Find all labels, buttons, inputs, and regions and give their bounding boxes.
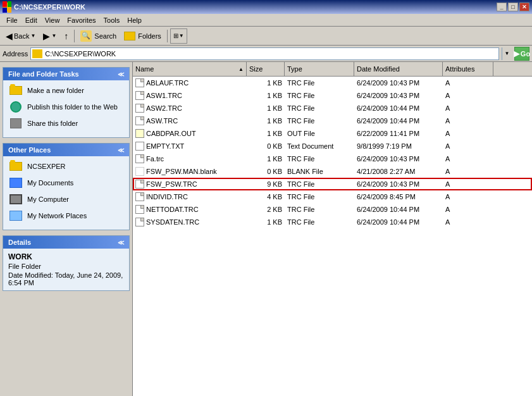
my-network-places-item[interactable]: My Network Places <box>8 209 124 222</box>
col-header-type[interactable]: Type <box>285 62 354 76</box>
back-label: Back <box>14 32 29 40</box>
ncsexper-icon <box>8 160 23 173</box>
window-icon <box>3 3 11 11</box>
menu-file[interactable]: File <box>3 16 22 25</box>
back-dropdown-icon: ▼ <box>30 33 35 39</box>
table-row[interactable]: ASW1.TRC1 KBTRC File6/24/2009 10:43 PMA <box>133 89 532 102</box>
publish-folder-icon <box>8 101 23 113</box>
publish-folder-item[interactable]: Publish this folder to the Web <box>8 101 124 113</box>
file-size-text: 1 KB <box>247 78 285 87</box>
details-label: Details <box>8 238 31 246</box>
file-size-text: 2 KB <box>247 205 285 214</box>
file-size-text: 1 KB <box>247 104 285 113</box>
toolbar-separator-1 <box>74 30 75 42</box>
make-new-folder-item[interactable]: Make a new folder <box>8 84 124 97</box>
file-attr-text: A <box>443 218 493 226</box>
file-name-text: SYSDATEN.TRC <box>146 218 199 226</box>
details-header[interactable]: Details ≪ <box>3 236 129 249</box>
menu-help[interactable]: Help <box>123 16 145 25</box>
go-arrow-icon: ▶ <box>514 49 519 58</box>
share-folder-label: Share this folder <box>27 120 78 127</box>
file-type-text: TRC File <box>285 78 354 87</box>
file-type-text: OUT File <box>285 129 354 138</box>
table-row[interactable]: ABLAUF.TRC1 KBTRC File6/24/2009 10:43 PM… <box>133 77 532 89</box>
trc-file-icon <box>135 218 144 226</box>
file-name-text: ABLAUF.TRC <box>146 79 189 87</box>
table-row[interactable]: EMPTY.TXT0 KBText Document9/8/1999 7:19 … <box>133 140 532 152</box>
views-button[interactable]: ⊞ ▼ <box>170 28 187 44</box>
blank-file-icon <box>135 167 144 176</box>
table-row[interactable]: CABDPAR.OUT1 KBOUT File6/22/2009 11:41 P… <box>133 127 532 140</box>
my-computer-label: My Computer <box>27 195 69 203</box>
file-attr-text: A <box>443 154 493 163</box>
table-row[interactable]: NETTODAT.TRC2 KBTRC File6/24/2009 10:44 … <box>133 203 532 216</box>
file-date-text: 4/21/2008 2:27 AM <box>354 167 443 176</box>
col-header-date[interactable]: Date Modified <box>354 62 443 76</box>
file-attr-text: A <box>443 205 493 214</box>
my-documents-icon <box>8 176 23 189</box>
trc-file-icon <box>135 205 144 214</box>
search-button[interactable]: 🔍 Search <box>77 28 120 44</box>
my-computer-item[interactable]: My Computer <box>8 193 124 206</box>
share-folder-item[interactable]: Share this folder <box>8 117 124 130</box>
file-name-text: CABDPAR.OUT <box>146 130 196 137</box>
file-date-text: 6/24/2009 10:43 PM <box>354 180 443 189</box>
table-row[interactable]: FSW_PSW.TRC9 KBTRC File6/24/2009 10:43 P… <box>133 178 532 190</box>
other-places-header[interactable]: Other Places ≪ <box>3 144 129 156</box>
forward-button[interactable]: ▶ ▼ <box>40 28 59 44</box>
file-date-text: 6/24/2009 8:45 PM <box>354 192 443 201</box>
details-folder-type: File Folder <box>8 263 124 270</box>
ncsexper-item[interactable]: NCSEXPER <box>8 160 124 173</box>
left-panel: File and Folder Tasks ≪ Make a new folde… <box>0 62 133 396</box>
file-type-text: TRC File <box>285 205 354 214</box>
file-list-area: Name ▲ Size Type Date Modified Attribute… <box>133 62 532 396</box>
address-input[interactable]: C:\NCSEXPER\WORK <box>30 47 499 60</box>
file-size-text: 0 KB <box>247 167 285 176</box>
details-date-modified: Date Modified: Today, June 24, 2009, 6:5… <box>8 271 124 287</box>
menu-edit[interactable]: Edit <box>22 16 41 25</box>
table-row[interactable]: SYSDATEN.TRC1 KBTRC File6/24/2009 10:44 … <box>133 216 532 228</box>
file-type-text: TRC File <box>285 192 354 201</box>
file-name-text: INDIVID.TRC <box>146 193 188 201</box>
file-date-text: 6/24/2009 10:43 PM <box>354 154 443 163</box>
maximize-button[interactable]: □ <box>508 3 518 11</box>
file-type-text: TRC File <box>285 91 354 100</box>
back-button[interactable]: ◀ Back ▼ <box>3 28 39 44</box>
file-date-text: 6/24/2009 10:44 PM <box>354 205 443 214</box>
go-button[interactable]: ▶ Go <box>514 47 529 61</box>
address-dropdown-button[interactable]: ▼ <box>502 47 512 60</box>
title-bar-buttons: _ □ ✕ <box>497 3 529 11</box>
file-attr-text: A <box>443 142 493 151</box>
menu-favorites[interactable]: Favorites <box>63 16 99 25</box>
menu-tools[interactable]: Tools <box>100 16 124 25</box>
close-button[interactable]: ✕ <box>519 3 529 11</box>
col-header-name[interactable]: Name ▲ <box>133 62 247 76</box>
views-dropdown-icon: ▼ <box>179 33 184 39</box>
address-path: C:\NCSEXPER\WORK <box>45 50 497 58</box>
table-row[interactable]: ASW2.TRC1 KBTRC File6/24/2009 10:44 PMA <box>133 102 532 114</box>
folders-button[interactable]: Folders <box>121 28 164 44</box>
col-header-size[interactable]: Size <box>247 62 285 76</box>
back-icon: ◀ <box>6 31 13 41</box>
file-name-text: FSW_PSW.MAN.blank <box>146 168 217 175</box>
trc-file-icon <box>135 78 144 87</box>
menu-view[interactable]: View <box>41 16 64 25</box>
make-new-folder-icon <box>8 84 23 97</box>
file-folder-tasks-header[interactable]: File and Folder Tasks ≪ <box>3 68 129 80</box>
table-row[interactable]: FSW_PSW.MAN.blank0 KBBLANK File4/21/2008… <box>133 165 532 178</box>
file-type-text: BLANK File <box>285 167 354 176</box>
my-documents-item[interactable]: My Documents <box>8 176 124 189</box>
trc-file-icon <box>135 192 144 201</box>
minimize-button[interactable]: _ <box>497 3 507 11</box>
trc-file-icon <box>135 180 144 189</box>
table-row[interactable]: INDIVID.TRC4 KBTRC File6/24/2009 8:45 PM… <box>133 190 532 203</box>
table-row[interactable]: Fa.trc1 KBTRC File6/24/2009 10:43 PMA <box>133 152 532 165</box>
main-content: File and Folder Tasks ≪ Make a new folde… <box>0 62 532 396</box>
col-header-attr[interactable]: Attributes <box>443 62 493 76</box>
file-type-text: Text Document <box>285 142 354 151</box>
file-folder-tasks-content: Make a new folder Publish this folder to… <box>3 80 129 137</box>
make-new-folder-label: Make a new folder <box>27 87 84 94</box>
table-row[interactable]: ASW.TRC1 KBTRC File6/24/2009 10:44 PMA <box>133 114 532 127</box>
share-folder-icon <box>8 117 23 130</box>
up-button[interactable]: ↑ <box>61 28 71 44</box>
